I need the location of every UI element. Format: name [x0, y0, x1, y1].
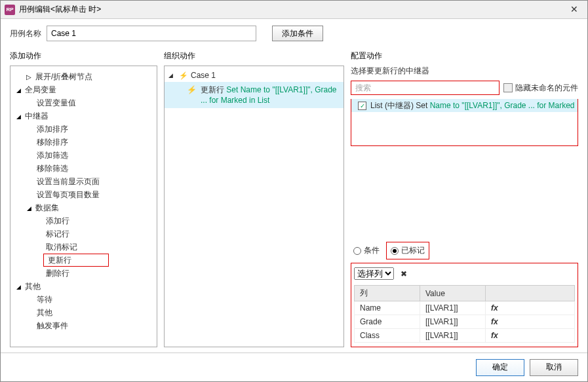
- radio-checked-icon: [391, 247, 399, 255]
- add-condition-button[interactable]: 添加条件: [272, 26, 323, 41]
- delete-icon[interactable]: ✖: [401, 269, 407, 278]
- org-action-header: 组织动作: [164, 48, 344, 66]
- table-row[interactable]: Name [[LVAR1]] fx: [355, 301, 575, 315]
- checkbox-icon: [503, 83, 513, 92]
- tree-set-current-page[interactable]: 设置当前显示页面: [10, 175, 157, 188]
- org-action-text: 更新行 Set Name to "[[LVAR1]]", Grade ... f…: [201, 85, 341, 105]
- tree-dataset[interactable]: 数据集: [10, 201, 157, 214]
- table-row[interactable]: Class [[LVAR1]] fx: [355, 329, 575, 343]
- repeater-search-input[interactable]: 搜索: [351, 81, 500, 95]
- tree-set-items-per-page[interactable]: 设置每页项目数量: [10, 188, 157, 201]
- select-repeater-label: 选择要更新行的中继器: [351, 66, 578, 77]
- org-panel: ◢ ⚡ Case 1 ⚡ 更新行 Set Name to "[[LVAR1]]"…: [164, 66, 344, 347]
- fx-button[interactable]: fx: [486, 315, 575, 329]
- tree-add-filter[interactable]: 添加筛选: [10, 149, 157, 162]
- titlebar: RP 用例编辑<鼠标单击 时> ✕: [1, 1, 587, 19]
- case-name-input[interactable]: [47, 26, 256, 41]
- action-tree-panel: 展开/折叠树节点 全局变量 设置变量值 中继器 添加排序 移除排序 添加筛选 移…: [10, 66, 157, 347]
- repeater-list-text: List (中继器) Set Name to "[[LVAR1]]", Grad…: [370, 100, 575, 111]
- checked-icon[interactable]: [358, 102, 366, 110]
- th-fx: [486, 286, 575, 301]
- org-action-row[interactable]: ⚡ 更新行 Set Name to "[[LVAR1]]", Grade ...…: [165, 82, 343, 108]
- tree-mark-row[interactable]: 标记行: [10, 227, 157, 240]
- tree-trigger-event[interactable]: 触发事件: [10, 319, 157, 332]
- ok-button[interactable]: 确定: [476, 359, 524, 376]
- repeater-list-item[interactable]: List (中继器) Set Name to "[[LVAR1]]", Grad…: [351, 99, 578, 112]
- org-case-label: Case 1: [191, 71, 216, 80]
- radio-condition[interactable]: 条件: [353, 245, 380, 256]
- tree-add-row[interactable]: 添加行: [10, 214, 157, 227]
- tree-unmark-row[interactable]: 取消标记: [10, 240, 157, 254]
- th-value: Value: [420, 286, 486, 301]
- tree-other[interactable]: 其他: [10, 280, 157, 293]
- tree-remove-sort[interactable]: 移除排序: [10, 136, 157, 149]
- lightning-icon: ⚡: [179, 71, 188, 80]
- fx-button[interactable]: fx: [486, 329, 575, 343]
- case-name-label: 用例名称: [10, 28, 41, 39]
- add-action-header: 添加动作: [10, 48, 157, 66]
- cancel-button[interactable]: 取消: [530, 359, 578, 376]
- repeater-list: List (中继器) Set Name to "[[LVAR1]]", Grad…: [351, 99, 578, 146]
- tree-delete-row[interactable]: 删除行: [10, 267, 157, 280]
- tree-wait[interactable]: 等待: [10, 293, 157, 306]
- tree-update-row[interactable]: 更新行: [43, 254, 109, 267]
- org-case-row[interactable]: ◢ ⚡ Case 1: [165, 69, 343, 82]
- select-column-dropdown[interactable]: 选择列: [354, 267, 394, 280]
- tree-other2[interactable]: 其他: [10, 306, 157, 319]
- th-col: 列: [355, 286, 420, 301]
- tree-remove-filter[interactable]: 移除筛选: [10, 162, 157, 175]
- close-icon[interactable]: ✕: [565, 3, 583, 16]
- fx-button[interactable]: fx: [486, 301, 575, 315]
- table-row[interactable]: Grade [[LVAR1]] fx: [355, 315, 575, 329]
- window-title: 用例编辑<鼠标单击 时>: [19, 4, 565, 15]
- tree-expand-collapse[interactable]: 展开/折叠树节点: [10, 70, 157, 83]
- cfg-panel: 选择要更新行的中继器 搜索 隐藏未命名的元件 List (中继器) Set Na…: [351, 66, 578, 347]
- columns-table: 列 Value Name [[LVAR1]] fx: [354, 285, 575, 343]
- tree-set-var[interactable]: 设置变量值: [10, 96, 157, 109]
- radio-icon: [353, 247, 361, 255]
- cfg-action-header: 配置动作: [351, 48, 578, 66]
- bolt-icon: ⚡: [187, 85, 197, 94]
- radio-marked[interactable]: 已标记: [391, 245, 425, 256]
- app-icon: RP: [5, 5, 15, 15]
- tree-add-sort[interactable]: 添加排序: [10, 123, 157, 136]
- tree-repeater[interactable]: 中继器: [10, 109, 157, 123]
- hide-unnamed-checkbox[interactable]: 隐藏未命名的元件: [503, 83, 578, 94]
- tree-global-var[interactable]: 全局变量: [10, 83, 157, 96]
